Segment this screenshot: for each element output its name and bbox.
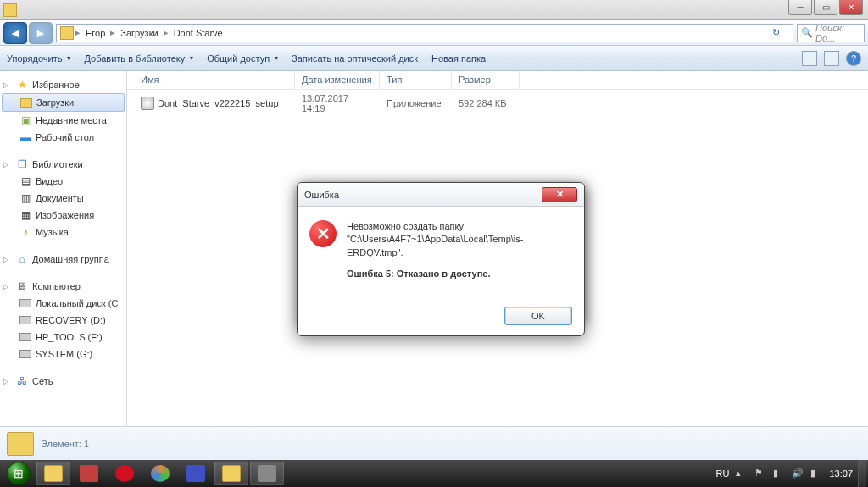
computer-icon: 🖥: [15, 279, 29, 293]
windows-logo-icon: ⊞: [7, 462, 31, 485]
taskbar-item[interactable]: [72, 462, 106, 485]
burn-button[interactable]: Записать на оптический диск: [292, 53, 418, 64]
sidebar-item-videos[interactable]: ▤Видео: [0, 173, 126, 190]
app-icon: [80, 465, 98, 482]
sidebar-item-music[interactable]: ♪Музыка: [0, 224, 126, 241]
column-name[interactable]: Имя: [134, 71, 295, 89]
back-button[interactable]: ◄: [3, 22, 27, 44]
nav-arrows: ◄ ►: [3, 22, 53, 44]
taskbar-item-opera[interactable]: [108, 462, 142, 485]
sidebar-item-recent[interactable]: ▣Недавние места: [0, 112, 126, 129]
sidebar-item-documents[interactable]: ▥Документы: [0, 190, 126, 207]
language-indicator[interactable]: RU: [716, 468, 730, 479]
titlebar: ─ ▭ ✕: [0, 0, 868, 20]
sidebar-network[interactable]: ▷🖧Сеть: [0, 373, 126, 390]
drive-icon: [19, 316, 31, 324]
sidebar-libraries[interactable]: ▷❐Библиотеки: [0, 156, 126, 173]
tray-up-icon[interactable]: ▴: [736, 468, 748, 479]
sidebar-homegroup[interactable]: ▷⌂Домашняя группа: [0, 251, 126, 268]
column-type[interactable]: Тип: [380, 71, 452, 89]
folder-icon: [7, 432, 34, 456]
toolbar: Упорядочить Добавить в библиотеку Общий …: [0, 46, 868, 71]
help-button[interactable]: ?: [846, 51, 861, 66]
network-icon: 🖧: [15, 374, 29, 388]
dialog-close-button[interactable]: ✕: [542, 187, 577, 202]
sidebar-item-drive-g[interactable]: SYSTEM (G:): [0, 346, 126, 362]
picture-icon: ▦: [19, 208, 32, 222]
breadcrumb-item[interactable]: Dont Starve: [170, 26, 226, 40]
file-row[interactable]: Dont_Starve_v222215_setup 13.07.2017 14:…: [127, 90, 868, 117]
column-headers: Имя Дата изменения Тип Размер: [127, 71, 868, 90]
music-icon: ♪: [19, 225, 32, 239]
error-icon: ✕: [309, 220, 337, 247]
column-date[interactable]: Дата изменения: [295, 71, 380, 89]
view-options-button[interactable]: [802, 51, 817, 66]
forward-button[interactable]: ►: [29, 22, 53, 44]
library-icon: ❐: [15, 158, 29, 171]
status-text: Элемент: 1: [41, 439, 89, 449]
taskbar-item[interactable]: [179, 462, 213, 485]
taskbar-item[interactable]: [214, 462, 248, 485]
include-library-menu[interactable]: Добавить в библиотеку: [84, 53, 193, 64]
taskbar: ⊞ RU ▴ ⚑ ▮ 🔊 ▮ 13:07: [0, 460, 868, 487]
drive-icon: [19, 350, 31, 358]
dialog-title: Ошибка: [304, 190, 542, 200]
clock[interactable]: 13:07: [829, 468, 853, 479]
preview-pane-button[interactable]: [824, 51, 839, 66]
sidebar-favorites[interactable]: ▷★Избранное: [0, 76, 126, 93]
setup-icon: [258, 465, 276, 482]
search-input[interactable]: 🔍 Поиск: Do...: [797, 24, 865, 42]
close-button[interactable]: ✕: [839, 0, 863, 15]
sidebar-item-downloads[interactable]: Загрузки: [2, 93, 125, 112]
dialog-titlebar: Ошибка ✕: [298, 183, 584, 207]
sidebar-item-pictures[interactable]: ▦Изображения: [0, 207, 126, 224]
folder-icon: [60, 26, 74, 40]
column-size[interactable]: Размер: [452, 71, 520, 89]
dialog-body: ✕ Невозможно создать папку"C:\Users\A4F7…: [298, 207, 584, 300]
new-folder-button[interactable]: Новая папка: [431, 53, 486, 64]
volume-icon[interactable]: 🔊: [792, 468, 804, 479]
flag-icon[interactable]: ⚑: [754, 468, 766, 479]
desktop-icon: ▬: [19, 130, 32, 144]
breadcrumb-item[interactable]: Егор: [82, 26, 108, 40]
document-icon: ▥: [19, 191, 32, 205]
drive-icon: [19, 333, 31, 341]
opera-icon: [115, 465, 134, 482]
sidebar-item-drive-f[interactable]: HP_TOOLS (F:): [0, 329, 126, 346]
start-button[interactable]: ⊞: [2, 461, 36, 486]
sidebar-item-drive-d[interactable]: RECOVERY (D:): [0, 312, 126, 329]
ok-button[interactable]: OK: [504, 307, 572, 325]
breadcrumb[interactable]: ▸ Егор ▸ Загрузки ▸ Dont Starve ↻: [56, 24, 793, 42]
statusbar: Элемент: 1: [0, 426, 868, 460]
drive-icon: [19, 299, 31, 307]
refresh-icon[interactable]: ↻: [772, 27, 789, 38]
chevron-right-icon: ▸: [75, 27, 81, 38]
organize-menu[interactable]: Упорядочить: [7, 53, 70, 64]
search-placeholder: Поиск: Do...: [815, 24, 860, 42]
video-icon: ▤: [19, 174, 32, 188]
star-icon: ★: [15, 78, 29, 91]
search-icon: 🔍: [801, 27, 813, 38]
system-tray: RU ▴ ⚑ ▮ 🔊 ▮ 13:07: [711, 468, 858, 479]
taskbar-item-chrome[interactable]: [143, 462, 177, 485]
maximize-button[interactable]: ▭: [814, 0, 837, 15]
taskbar-item-setup[interactable]: [250, 462, 284, 485]
folder-icon: [20, 98, 32, 108]
navbar: ◄ ► ▸ Егор ▸ Загрузки ▸ Dont Starve ↻ 🔍 …: [0, 20, 868, 46]
sidebar-computer[interactable]: ▷🖥Компьютер: [0, 278, 126, 295]
show-desktop-button[interactable]: [858, 460, 866, 487]
share-menu[interactable]: Общий доступ: [207, 53, 278, 64]
network-icon[interactable]: ▮: [773, 468, 785, 479]
breadcrumb-item[interactable]: Загрузки: [117, 26, 161, 40]
chrome-icon: [151, 465, 170, 482]
folder-icon: [222, 465, 241, 482]
sidebar-item-desktop[interactable]: ▬Рабочий стол: [0, 129, 126, 146]
battery-icon[interactable]: ▮: [810, 468, 822, 479]
minimize-button[interactable]: ─: [788, 0, 812, 15]
homegroup-icon: ⌂: [15, 252, 29, 266]
sidebar-item-drive-c[interactable]: Локальный диск (C: [0, 295, 126, 312]
taskbar-item-explorer[interactable]: [36, 462, 70, 485]
dialog-buttons: OK: [298, 300, 584, 335]
sidebar: ▷★Избранное Загрузки ▣Недавние места ▬Ра…: [0, 71, 127, 426]
app-icon: [186, 465, 205, 482]
